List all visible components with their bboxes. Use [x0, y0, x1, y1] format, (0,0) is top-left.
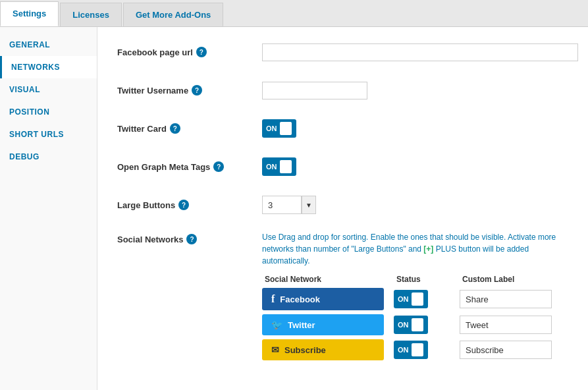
twitter-card-label: Twitter Card ? — [117, 123, 262, 134]
open-graph-label: Open Graph Meta Tags ? — [117, 161, 262, 172]
social-networks-help-icon[interactable]: ? — [186, 234, 197, 244]
facebook-network-label: Facebook — [280, 294, 320, 304]
sidebar-item-debug[interactable]: DEBUG — [0, 146, 97, 168]
open-graph-toggle-knob — [280, 160, 292, 173]
twitter-network-button[interactable]: 🐦 Twitter — [262, 314, 384, 335]
network-item-facebook: f Facebook ON — [262, 288, 578, 310]
content-area: Facebook page url ? Twitter Username ? — [97, 27, 588, 390]
subscribe-toggle-label: ON — [398, 346, 409, 354]
twitter-username-label: Twitter Username ? — [117, 85, 262, 96]
social-networks-content: Use Drag and drop for sorting. Enable th… — [262, 231, 578, 364]
open-graph-toggle-label: ON — [266, 163, 277, 171]
facebook-icon: f — [271, 293, 275, 305]
tab-get-more-addons[interactable]: Get More Add-Ons — [123, 3, 223, 26]
large-buttons-input[interactable] — [262, 196, 302, 214]
twitter-card-toggle[interactable]: ON — [262, 119, 296, 138]
column-network-header: Social Network — [265, 275, 396, 284]
sidebar-item-short-urls[interactable]: SHORT URLS — [0, 123, 97, 146]
twitter-toggle-wrapper: ON — [394, 316, 460, 334]
facebook-toggle-label: ON — [398, 295, 409, 303]
column-status-header: Status — [396, 275, 462, 284]
twitter-custom-label-input[interactable] — [460, 316, 552, 334]
large-buttons-label: Large Buttons ? — [117, 200, 262, 210]
facebook-toggle[interactable]: ON — [394, 290, 428, 308]
subscribe-custom-label-input[interactable] — [460, 341, 552, 359]
outer-wrapper: Settings Licenses Get More Add-Ons GENER… — [0, 0, 588, 390]
sidebar: GENERAL NETWORKS VISUAL POSITION SHORT U… — [0, 27, 97, 390]
tab-licenses[interactable]: Licenses — [60, 3, 122, 26]
facebook-network-button[interactable]: f Facebook — [262, 288, 384, 310]
twitter-username-row: Twitter Username ? — [117, 78, 578, 102]
facebook-custom-label-wrapper — [460, 290, 565, 308]
large-buttons-help-icon[interactable]: ? — [178, 200, 189, 210]
social-networks-label: Social Networks ? — [117, 231, 262, 244]
large-buttons-row: Large Buttons ? ▼ — [117, 193, 578, 217]
subscribe-network-button[interactable]: ✉ Subscribe — [262, 339, 384, 360]
twitter-toggle-label: ON — [398, 321, 409, 329]
sidebar-item-position[interactable]: POSITION — [0, 101, 97, 123]
twitter-card-toggle-control: ON — [262, 119, 578, 138]
facebook-page-url-row: Facebook page url ? — [117, 40, 578, 64]
plus-text: [+] — [423, 244, 433, 254]
twitter-card-toggle-knob — [280, 122, 292, 135]
facebook-page-url-input[interactable] — [262, 43, 578, 61]
large-buttons-control: ▼ — [262, 196, 578, 214]
main-layout: GENERAL NETWORKS VISUAL POSITION SHORT U… — [0, 27, 588, 390]
twitter-username-help-icon[interactable]: ? — [192, 85, 202, 96]
facebook-page-url-help-icon[interactable]: ? — [196, 47, 207, 57]
twitter-card-toggle-label: ON — [266, 125, 277, 132]
twitter-icon: 🐦 — [271, 320, 282, 330]
facebook-custom-label-input[interactable] — [460, 290, 552, 308]
sidebar-item-general[interactable]: GENERAL — [0, 34, 97, 56]
twitter-card-row: Twitter Card ? ON — [117, 117, 578, 140]
twitter-username-input[interactable] — [262, 82, 367, 99]
subscribe-network-label: Subscribe — [284, 345, 326, 355]
social-networks-description: Use Drag and drop for sorting. Enable th… — [262, 231, 578, 267]
twitter-toggle-knob — [412, 318, 423, 331]
sidebar-item-networks[interactable]: NETWORKS — [0, 56, 97, 78]
subscribe-icon: ✉ — [271, 345, 279, 355]
subscribe-custom-label-wrapper — [460, 341, 565, 359]
twitter-custom-label-wrapper — [460, 316, 565, 334]
network-table-header: Social Network Status Custom Label — [262, 275, 578, 284]
twitter-toggle[interactable]: ON — [394, 316, 428, 334]
subscribe-toggle-knob — [412, 343, 423, 356]
facebook-toggle-knob — [412, 292, 423, 306]
network-item-subscribe: ✉ Subscribe ON — [262, 339, 578, 360]
facebook-page-url-control — [262, 43, 578, 61]
open-graph-help-icon[interactable]: ? — [213, 161, 224, 172]
twitter-network-label: Twitter — [288, 320, 315, 330]
facebook-toggle-wrapper: ON — [394, 290, 460, 308]
column-custom-label-header: Custom Label — [462, 275, 568, 284]
open-graph-toggle-control: ON — [262, 157, 578, 176]
sidebar-item-visual[interactable]: VISUAL — [0, 78, 97, 101]
open-graph-row: Open Graph Meta Tags ? ON — [117, 155, 578, 179]
twitter-card-help-icon[interactable]: ? — [170, 123, 180, 134]
spinner-down-button[interactable]: ▼ — [302, 196, 316, 214]
subscribe-toggle-wrapper: ON — [394, 341, 460, 359]
open-graph-toggle[interactable]: ON — [262, 157, 296, 176]
large-buttons-spinner: ▼ — [262, 196, 578, 214]
network-item-twitter: 🐦 Twitter ON — [262, 314, 578, 335]
facebook-page-url-label: Facebook page url ? — [117, 47, 262, 57]
subscribe-toggle[interactable]: ON — [394, 341, 428, 359]
tab-bar: Settings Licenses Get More Add-Ons — [0, 0, 588, 27]
tab-settings[interactable]: Settings — [0, 1, 59, 26]
twitter-username-control — [262, 82, 578, 99]
social-networks-row: Social Networks ? Use Drag and drop for … — [117, 231, 578, 364]
